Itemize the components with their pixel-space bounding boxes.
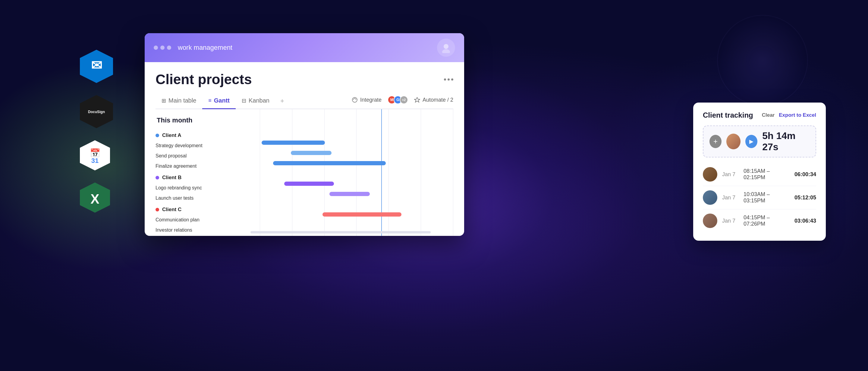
- docusign-icon-wrapper: DocuSign: [79, 93, 115, 130]
- avatar-stack: M G +2: [388, 95, 408, 104]
- entry-2-duration: 05:12:05: [795, 195, 816, 201]
- gantt-bar-row-client-a: [228, 127, 453, 138]
- gantt-task-comm: Communication plan: [156, 215, 228, 225]
- gantt-bar-row-client-b: [228, 168, 453, 178]
- page-title-row: Client projects: [156, 71, 453, 87]
- gantt-period-label: This month: [156, 116, 228, 124]
- window-dots: [154, 46, 171, 50]
- tracking-active-row: + ▶ 5h 14m 27s: [703, 125, 816, 158]
- window-header: work management: [145, 33, 464, 62]
- entry-2-time: 10:03AM – 03:15PM: [744, 191, 789, 204]
- outlook-icon: ✉: [79, 48, 115, 84]
- integrate-button[interactable]: Integrate: [352, 97, 381, 103]
- gantt-task-investor: Investor relations: [156, 225, 228, 235]
- client-b-dot: [156, 176, 159, 179]
- entry-3-duration: 03:06:43: [795, 218, 816, 224]
- floating-app-icons: ✉ DocuSign 📅 31 X: [79, 48, 115, 214]
- gantt-bar-proposal: [291, 151, 332, 155]
- gantt-bar-tests: [330, 192, 370, 196]
- avatar-plus: +2: [400, 95, 408, 104]
- client-c-dot: [156, 208, 159, 211]
- gantt-bar-row-tests: [228, 189, 453, 199]
- automate-label: Automate / 2: [423, 97, 453, 103]
- gantt-bar-row-strategy: [228, 138, 453, 148]
- add-icon: +: [713, 137, 718, 146]
- main-table-tab-icon: ⊞: [161, 97, 166, 104]
- more-dot-3: [451, 79, 453, 81]
- more-options-button[interactable]: [444, 79, 453, 81]
- entry-2-avatar: [703, 190, 717, 205]
- tracking-actions: Clear Export to Excel: [762, 112, 816, 118]
- task-logo-label: Logo rebranding sync: [156, 185, 202, 191]
- gantt-bar-row-logo: [228, 178, 453, 189]
- clear-button[interactable]: Clear: [762, 112, 775, 118]
- task-launch-label: Launch user tests: [156, 196, 193, 201]
- play-icon: ▶: [749, 138, 753, 145]
- entry-3-date: Jan 7: [722, 218, 739, 224]
- integrate-icon: [352, 97, 358, 103]
- gcal-icon: 📅 31: [79, 139, 112, 172]
- automate-icon: [414, 97, 420, 103]
- gantt-task-launch: Launch user tests: [156, 193, 228, 203]
- task-investor-label: Investor relations: [156, 227, 192, 233]
- gantt-tab-icon: ≡: [208, 97, 212, 104]
- export-button[interactable]: Export to Excel: [779, 112, 816, 118]
- window-dot-3: [167, 46, 171, 50]
- tab-kanban[interactable]: ⊟ Kanban: [236, 93, 276, 109]
- excel-icon-wrapper: X: [79, 181, 112, 214]
- play-button[interactable]: ▶: [745, 135, 757, 148]
- tracking-entry-3: Jan 7 04:15PM – 07:26PM 03:06:43: [703, 209, 816, 232]
- tracking-entry-1: Jan 7 08:15AM – 02:15PM 06:00:34: [703, 163, 816, 186]
- gantt-bar-row-finalize: [228, 158, 453, 168]
- entry-1-time: 08:15AM – 02:15PM: [744, 168, 789, 181]
- gantt-scrollbar[interactable]: [250, 231, 431, 233]
- gantt-group-client-a: Client A: [156, 130, 228, 141]
- client-b-label: Client B: [162, 175, 181, 181]
- window-body: Client projects ⊞ Main table ≡ Gantt ⊟ K…: [145, 62, 464, 236]
- active-user-avatar: [726, 134, 741, 149]
- gantt-bars-area: [228, 109, 453, 236]
- gantt-container: This month Client A Strategy development…: [156, 109, 453, 236]
- gantt-group-client-b: Client B: [156, 173, 228, 183]
- gantt-bar-row-client-c: [228, 199, 453, 209]
- task-finalize-label: Finalize agreement: [156, 164, 196, 169]
- gcal-icon-wrapper: 📅 31: [79, 139, 112, 172]
- tabs-row: ⊞ Main table ≡ Gantt ⊟ Kanban + Integrat…: [156, 93, 453, 109]
- docusign-icon: DocuSign: [79, 93, 115, 130]
- task-proposal-label: Send proposal: [156, 153, 187, 159]
- task-comm-label: Communication plan: [156, 217, 199, 223]
- kanban-tab-icon: ⊟: [242, 97, 246, 104]
- gantt-bar-row-proposal: [228, 148, 453, 158]
- tab-main-table[interactable]: ⊞ Main table: [156, 93, 202, 109]
- client-a-dot: [156, 134, 159, 137]
- integrate-label: Integrate: [360, 97, 381, 103]
- more-dot-2: [447, 79, 450, 81]
- add-tab-button[interactable]: +: [276, 93, 289, 109]
- svg-text:✉: ✉: [91, 58, 102, 73]
- gantt-rows-area: [228, 109, 453, 236]
- svg-point-10: [444, 44, 448, 49]
- window-title: work management: [178, 44, 232, 52]
- task-strategy-label: Strategy development: [156, 143, 203, 148]
- gantt-bar-comm: [322, 212, 401, 217]
- entry-3-avatar: [703, 213, 717, 228]
- window-dot-2: [160, 46, 164, 50]
- svg-text:31: 31: [91, 157, 98, 164]
- page-title: Client projects: [156, 71, 252, 87]
- header-avatar-icon: [441, 42, 452, 53]
- main-window: work management Client projects ⊞ Main t…: [145, 33, 464, 236]
- add-tracking-button[interactable]: +: [710, 135, 721, 148]
- timer-display: 5h 14m 27s: [762, 130, 809, 153]
- svg-text:X: X: [90, 192, 99, 206]
- svg-text:DocuSign: DocuSign: [88, 110, 105, 114]
- gantt-group-client-c: Client C: [156, 204, 228, 215]
- entry-2-date: Jan 7: [722, 195, 739, 201]
- window-dot-1: [154, 46, 158, 50]
- svg-point-11: [442, 49, 450, 53]
- tracking-entry-2: Jan 7 10:03AM – 03:15PM 05:12:05: [703, 186, 816, 209]
- gantt-task-logo: Logo rebranding sync: [156, 183, 228, 193]
- automate-button[interactable]: Automate / 2: [414, 97, 453, 103]
- gantt-tab-label: Gantt: [214, 97, 230, 104]
- entry-3-time: 04:15PM – 07:26PM: [744, 215, 789, 227]
- tab-gantt[interactable]: ≡ Gantt: [202, 93, 236, 109]
